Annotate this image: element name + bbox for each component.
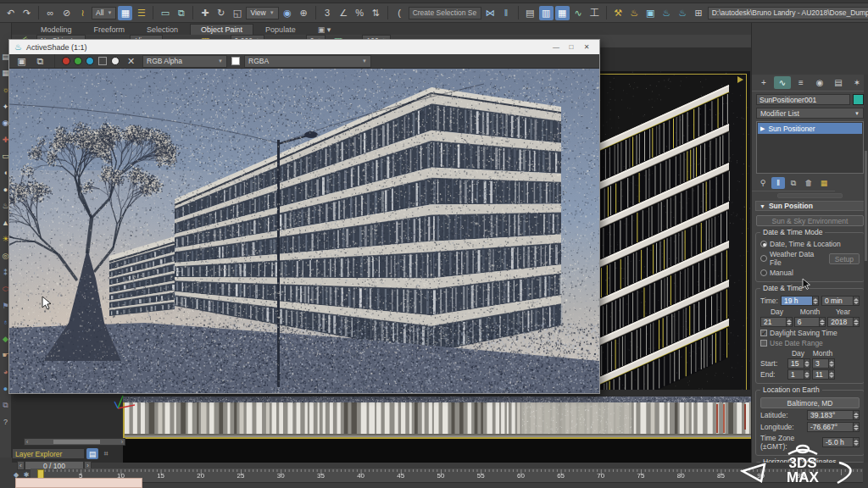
- panel-scrollbar[interactable]: [864, 75, 868, 463]
- tab-utilities[interactable]: ✶: [849, 76, 865, 89]
- time-hours-field[interactable]: 19 h: [781, 296, 813, 306]
- horizontal-scrollbar[interactable]: ‹ ›: [24, 438, 125, 446]
- minimize-button[interactable]: —: [548, 43, 564, 51]
- latitude-field[interactable]: 39.183°: [807, 410, 854, 420]
- tab-modify[interactable]: ∿: [774, 76, 791, 89]
- end-day-spinner[interactable]: [804, 369, 810, 380]
- select-manipulate-icon[interactable]: ⊕: [297, 6, 311, 20]
- angle-snap-icon[interactable]: ∠: [337, 6, 351, 20]
- render-production-icon[interactable]: ♨: [659, 6, 674, 20]
- coord-system-dropdown[interactable]: View▼: [246, 7, 278, 19]
- timezone-field[interactable]: -5.0 h: [822, 437, 854, 447]
- select-link-icon[interactable]: ∞: [43, 6, 58, 20]
- ribbon-tab-freeform[interactable]: Freeform: [84, 25, 136, 35]
- use-date-range-checkbox[interactable]: [760, 340, 767, 347]
- mirror-icon[interactable]: ⋈: [483, 6, 498, 20]
- end-month-spinner[interactable]: [829, 369, 835, 380]
- time-minutes-field[interactable]: 0 min: [821, 296, 854, 306]
- render-setup-icon[interactable]: ⚒: [611, 6, 626, 20]
- rollout-sun-position[interactable]: ▼ Sun Position: [755, 201, 865, 211]
- select-scale-icon[interactable]: ◱: [230, 6, 244, 20]
- maximize-button[interactable]: □: [564, 43, 579, 51]
- clone-icon[interactable]: ⧉: [0, 396, 11, 413]
- daylight-saving-checkbox[interactable]: ✓: [760, 330, 767, 336]
- monochrome-channel-button[interactable]: [111, 57, 120, 65]
- hours-spinner[interactable]: [813, 296, 819, 306]
- select-object-icon[interactable]: ▦: [118, 6, 132, 20]
- day-spinner[interactable]: [787, 317, 793, 327]
- panel-scroll-grip[interactable]: [777, 193, 843, 198]
- layer-list-icon[interactable]: ▤: [86, 448, 98, 459]
- align-icon[interactable]: ‖: [499, 6, 514, 20]
- blue-channel-button[interactable]: [86, 57, 94, 65]
- viewport-lower-area[interactable]: [123, 439, 751, 464]
- weather-setup-button[interactable]: Setup: [829, 253, 860, 264]
- choose-city-button[interactable]: Baltimore, MD: [760, 397, 860, 408]
- render-grid-icon[interactable]: ⊞: [692, 6, 706, 20]
- remove-modifier-icon[interactable]: 🗑: [802, 177, 815, 189]
- year-field[interactable]: 2018: [827, 317, 854, 327]
- tab-hierarchy[interactable]: ≡: [793, 76, 810, 89]
- bind-spacewarp-icon[interactable]: ≀: [75, 6, 90, 20]
- start-day-spinner[interactable]: [804, 358, 810, 369]
- modifier-stack-row-sun-positioner[interactable]: ▶ Sun Positioner: [758, 123, 862, 134]
- radio-date-time-location[interactable]: [760, 241, 767, 247]
- marquee-rect-icon[interactable]: ▭: [158, 6, 172, 20]
- ribbon-toggle-icon[interactable]: ▦: [555, 6, 570, 20]
- layer-filter-icon[interactable]: ⌗: [100, 448, 112, 459]
- day-field[interactable]: 21: [760, 317, 787, 327]
- close-button[interactable]: ✕: [579, 43, 594, 51]
- pin-stack-icon[interactable]: ⚲: [756, 177, 770, 189]
- ribbon-tab-selection[interactable]: Selection: [136, 25, 188, 35]
- schematic-view-icon[interactable]: 工: [587, 6, 602, 20]
- display-mode-dropdown[interactable]: RGBA▼: [244, 55, 371, 68]
- end-day-field[interactable]: 1: [787, 369, 804, 380]
- selection-filter-dropdown[interactable]: All▼: [92, 7, 116, 19]
- tab-create[interactable]: +: [755, 76, 772, 89]
- show-end-result-icon[interactable]: ‖: [771, 177, 785, 189]
- object-color-swatch[interactable]: [853, 94, 864, 105]
- minutes-spinner[interactable]: [854, 296, 860, 306]
- radio-weather-data-file[interactable]: [760, 255, 767, 262]
- green-channel-button[interactable]: [74, 57, 82, 65]
- named-selection-sets-field[interactable]: Create Selection Se: [409, 7, 481, 19]
- start-day-field[interactable]: 15: [787, 358, 804, 369]
- timezone-spinner[interactable]: [854, 437, 860, 447]
- ribbon-tab-modeling[interactable]: Modeling: [31, 25, 82, 35]
- clone-render-icon[interactable]: ⧉: [33, 54, 47, 69]
- spinner-snap-icon[interactable]: ⇅: [369, 6, 383, 20]
- timeline-ruler[interactable]: 5101520253035404550556065707580859095: [31, 469, 863, 483]
- snaps-toggle-icon[interactable]: 3: [320, 6, 335, 20]
- rendered-frame-icon[interactable]: ▣: [643, 6, 658, 20]
- activeshade-title-bar[interactable]: ♨ ActiveShade (1:1) — □ ✕: [9, 40, 599, 54]
- year-spinner[interactable]: [854, 317, 860, 327]
- select-by-name-icon[interactable]: ☰: [134, 6, 148, 20]
- alpha-channel-button[interactable]: [98, 57, 107, 65]
- select-move-icon[interactable]: ✚: [198, 6, 212, 20]
- month-field[interactable]: 6: [794, 317, 821, 327]
- select-rotate-icon[interactable]: ↻: [214, 6, 228, 20]
- viewport-ground-floor-strip[interactable]: [123, 396, 751, 439]
- longitude-spinner[interactable]: [854, 422, 860, 432]
- layer-explorer-title[interactable]: Layer Explorer: [12, 448, 85, 459]
- expand-arrow-icon[interactable]: ▶: [760, 125, 765, 132]
- save-image-icon[interactable]: ▣: [14, 54, 29, 69]
- modifier-stack[interactable]: ▶ Sun Positioner: [756, 121, 864, 174]
- start-month-spinner[interactable]: [829, 358, 835, 369]
- redo-icon[interactable]: ↷: [19, 6, 34, 20]
- clear-button[interactable]: ✕: [124, 54, 138, 69]
- latitude-spinner[interactable]: [854, 410, 860, 420]
- percent-snap-icon[interactable]: %: [353, 6, 367, 20]
- make-unique-icon[interactable]: ⧉: [787, 177, 800, 189]
- scrollbar-thumb[interactable]: [53, 440, 100, 444]
- sun-sky-environment-button[interactable]: Sun & Sky Environment Installed: [756, 215, 864, 226]
- channel-display-dropdown[interactable]: RGB Alpha▼: [142, 55, 227, 68]
- render-frame-icon[interactable]: ♨: [627, 6, 642, 20]
- project-folder-dropdown[interactable]: D:\autodesk\Bruno Landry - AU2018\Dose_D…: [708, 7, 868, 19]
- modifier-list-dropdown[interactable]: Modifier List▼: [756, 108, 864, 119]
- undo-icon[interactable]: ↶: [3, 6, 18, 20]
- start-month-field[interactable]: 3: [812, 358, 829, 369]
- viewport-building-model[interactable]: [598, 71, 750, 390]
- layer-manager-icon[interactable]: ▤: [523, 6, 537, 20]
- scene-explorer-icon[interactable]: ▥: [539, 6, 554, 20]
